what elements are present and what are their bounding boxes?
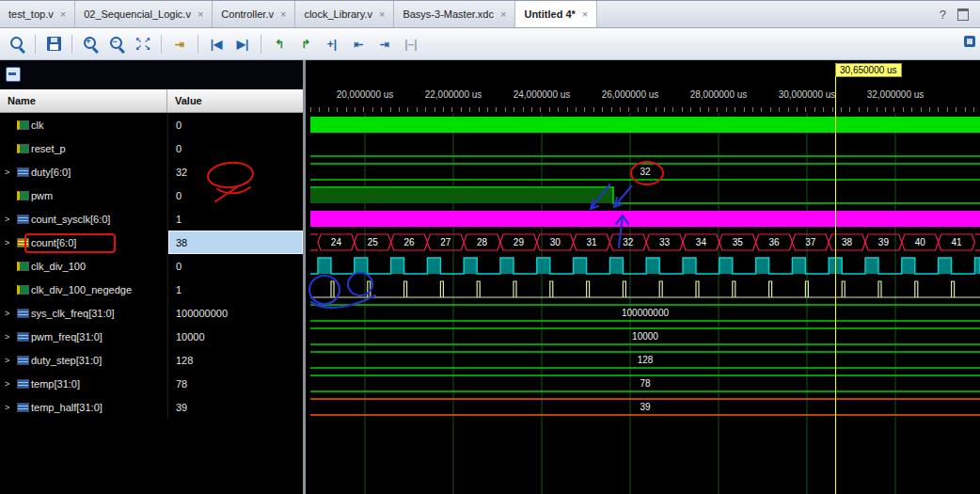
- close-icon[interactable]: ×: [280, 8, 286, 20]
- expander-icon[interactable]: >: [5, 403, 17, 412]
- goto-time-cursor-icon[interactable]: ⇥: [168, 33, 191, 56]
- bus-signal-icon: [17, 215, 29, 224]
- signal-row[interactable]: >pwm_freq[31:0]10000: [0, 325, 303, 348]
- fit-selection-icon[interactable]: |–|: [400, 33, 422, 56]
- signal-row[interactable]: >count[6:0]38: [0, 231, 303, 254]
- signal-row[interactable]: >temp[31:0]78: [0, 372, 303, 395]
- signal-name: count[6:0]: [31, 237, 76, 248]
- editor-tab[interactable]: test_top.v×: [0, 1, 75, 27]
- svg-text:34: 34: [696, 237, 707, 247]
- signal-row[interactable]: >duty_step[31:0]128: [0, 348, 303, 372]
- maximize-icon[interactable]: [957, 8, 969, 21]
- signal-row[interactable]: clk_div_100_negedge1: [0, 278, 303, 301]
- time-tick-label: 24,000000 us: [514, 89, 571, 100]
- add-cursor-icon[interactable]: +|: [321, 33, 343, 56]
- cursor-line[interactable]: [835, 76, 836, 494]
- waveform-canvas[interactable]: 3224252627282930313233343536373839404110…: [310, 113, 980, 494]
- close-icon[interactable]: ×: [379, 8, 385, 20]
- time-tick-label: 22,000000 us: [425, 89, 482, 100]
- expander-icon[interactable]: >: [5, 332, 17, 342]
- goto-first-icon[interactable]: ⇤: [347, 33, 370, 56]
- editor-tab[interactable]: 02_Sequencial_Logic.v×: [75, 1, 213, 27]
- bit-signal-icon: [17, 120, 29, 130]
- save-icon[interactable]: [42, 33, 65, 56]
- signal-name-cell: >temp_half[31:0]: [0, 395, 167, 419]
- editor-tab[interactable]: Basys-3-Master.xdc×: [394, 1, 515, 27]
- signal-name-cell: clk: [0, 113, 167, 136]
- close-icon[interactable]: ×: [582, 8, 588, 20]
- signal-row[interactable]: clk_div_1000: [0, 254, 303, 278]
- signal-row[interactable]: >duty[6:0]32: [0, 160, 303, 183]
- signal-row[interactable]: >count_sysclk[6:0]1: [0, 207, 303, 231]
- toolbar-separator: [261, 35, 261, 54]
- signal-name-cell: >temp[31:0]: [0, 372, 167, 395]
- svg-text:35: 35: [733, 237, 744, 247]
- waveform-panel: 30,650000 us 20,000000 us22,000000 us24,…: [310, 60, 980, 494]
- floppy-glyph: [47, 37, 61, 51]
- next-marker-icon[interactable]: ▶|: [231, 33, 254, 56]
- signal-row[interactable]: clk0: [0, 113, 303, 136]
- signal-row[interactable]: >temp_half[31:0]39: [0, 395, 303, 419]
- signal-name: clk: [31, 120, 43, 131]
- signal-name-cell: >count_sysclk[6:0]: [0, 207, 167, 231]
- signal-value: 0: [167, 254, 303, 278]
- search-icon[interactable]: [6, 33, 28, 56]
- zoom-out-icon[interactable]: −: [105, 33, 128, 56]
- signal-value: 100000000: [167, 301, 303, 325]
- close-icon[interactable]: ×: [500, 8, 506, 20]
- fit-glyph: ↖↗↙↘: [135, 37, 150, 52]
- minor-ticks: [310, 107, 980, 112]
- bit-signal-icon: [17, 191, 29, 200]
- time-tick-label: 20,000000 us: [337, 89, 394, 100]
- svg-text:78: 78: [640, 378, 651, 389]
- tab-label: clock_Library.v: [304, 8, 372, 20]
- expander-icon[interactable]: >: [5, 215, 17, 224]
- svg-text:40: 40: [915, 237, 926, 247]
- column-header: Name Value: [0, 89, 303, 113]
- zoom-in-icon[interactable]: +: [79, 33, 102, 56]
- zoom-fit-icon[interactable]: ↖↗↙↘: [132, 33, 154, 56]
- close-icon[interactable]: ×: [60, 8, 66, 20]
- signal-value: 32: [167, 160, 303, 183]
- svg-text:10000: 10000: [632, 331, 658, 342]
- bus-signal-icon: [17, 238, 29, 247]
- svg-text:128: 128: [638, 355, 654, 365]
- value-column-header[interactable]: Value: [167, 89, 303, 112]
- tab-label: 02_Sequencial_Logic.v: [84, 8, 191, 20]
- next-transition-icon[interactable]: ↱: [294, 33, 317, 56]
- signal-name: pwm_freq[31:0]: [31, 331, 103, 343]
- expander-icon[interactable]: >: [5, 167, 17, 177]
- signal-value: 1: [167, 207, 303, 231]
- signal-row[interactable]: >sys_clk_freq[31:0]100000000: [0, 301, 303, 325]
- signal-row[interactable]: reset_p0: [0, 136, 303, 160]
- bus-signal-icon: [17, 403, 29, 412]
- signal-name-cell: reset_p: [0, 136, 167, 160]
- signal-name: count_sysclk[6:0]: [31, 214, 110, 225]
- svg-text:28: 28: [477, 237, 488, 247]
- toolbar-separator: [198, 35, 198, 54]
- svg-text:26: 26: [403, 237, 415, 247]
- editor-tabbar: test_top.v×02_Sequencial_Logic.v×Control…: [0, 0, 980, 28]
- goto-last-icon[interactable]: ⇥: [373, 33, 396, 56]
- toolbar-separator: [35, 35, 36, 54]
- expander-icon[interactable]: >: [5, 379, 17, 389]
- help-icon[interactable]: ?: [940, 8, 946, 22]
- wave-config-icon[interactable]: [6, 67, 21, 82]
- expander-icon[interactable]: >: [5, 356, 17, 365]
- cursor-time-label[interactable]: 30,650000 us: [835, 63, 902, 77]
- close-icon[interactable]: ×: [198, 8, 203, 20]
- svg-text:33: 33: [659, 237, 671, 247]
- svg-text:24: 24: [331, 237, 342, 247]
- name-column-header[interactable]: Name: [0, 89, 167, 112]
- dock-right-icon[interactable]: [964, 36, 975, 47]
- prev-marker-icon[interactable]: |◀: [205, 33, 228, 56]
- prev-transition-icon[interactable]: ↰: [268, 33, 291, 56]
- expander-icon[interactable]: >: [5, 238, 17, 247]
- svg-text:29: 29: [514, 237, 525, 247]
- expander-icon[interactable]: >: [5, 309, 17, 318]
- time-ruler[interactable]: 20,000000 us22,000000 us24,000000 us26,0…: [310, 83, 980, 113]
- signal-row[interactable]: pwm0: [0, 183, 303, 207]
- editor-tab[interactable]: Controller.v×: [213, 1, 295, 27]
- editor-tab[interactable]: clock_Library.v×: [295, 1, 394, 27]
- editor-tab[interactable]: Untitled 4*×: [515, 1, 597, 27]
